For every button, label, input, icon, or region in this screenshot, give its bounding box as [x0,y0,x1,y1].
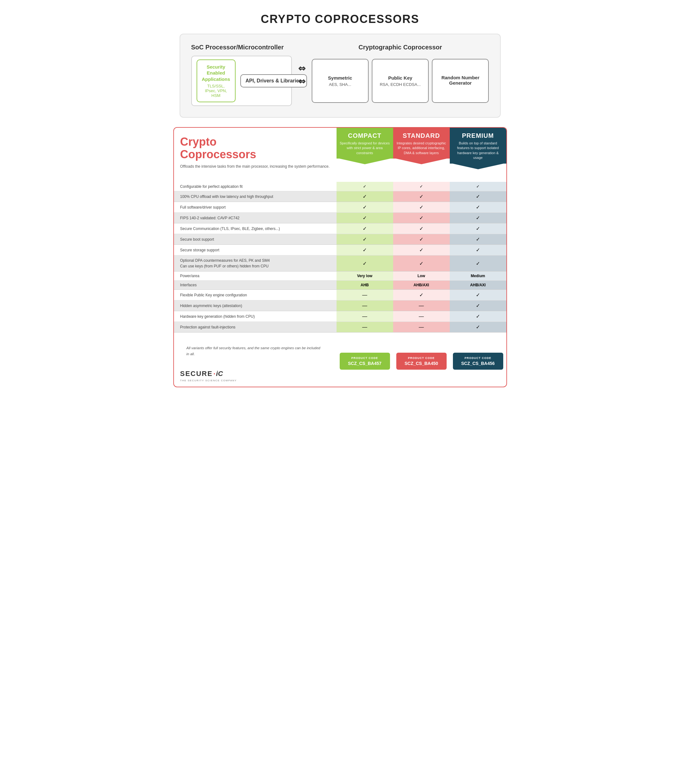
sec-enabled-title: Security Enabled Applications [202,64,230,82]
standard-seccomm: ✓ [393,224,450,234]
label-hwkeygen: Hardware key generation (hidden from CPU… [174,311,337,322]
premium-title: PREMIUM [453,132,503,139]
label-cpu: 100% CPU offload with low latency and hi… [174,191,337,202]
compact-faultinject: — [337,322,393,332]
crypto-boxes: Symmetric AES, SHA... Public Key RSA, EC… [312,56,489,106]
label-dpa: Optional DPA countermeasures for AES, PK… [174,255,337,271]
standard-product-code: SCZ_CS_BA450 [401,361,442,366]
cc-main-title: Crypto Coprocessors [180,135,330,161]
logo-tagline: THE SECURITY SCIENCE COMPANY [180,379,237,382]
premium-product-code: SCZ_CS_BA456 [458,361,499,366]
footer-row: All variants offer full security feature… [174,336,506,387]
standard-cpu: ✓ [393,191,450,202]
label-secboot: Secure boot support [174,234,337,245]
compact-title: COMPACT [340,132,390,139]
publickey-sub: RSA, ECDH ECDSA... [379,82,420,87]
standard-interfaces: AHB/AXI [393,281,450,290]
premium-interfaces: AHB/AXI [450,281,506,290]
label-configurable: Configurable for perfect application fit [174,182,337,191]
label-faultinject: Protection against fault-injections [174,322,337,332]
symmetric-title: Symmetric [328,75,352,80]
crypto-title: Cryptographic Coprocessor [312,44,489,51]
compact-desc: Specifically designed for devices with s… [340,141,390,156]
cc-subtitle: Offloads the intensive tasks from the ma… [180,164,330,169]
standard-product-label: PRODUCT CODE [401,356,442,360]
crypto-box-symmetric: Symmetric AES, SHA... [312,59,368,103]
standard-badge: STANDARD Integrates desired cryptographi… [393,128,450,159]
premium-seccomm: ✓ [450,224,506,234]
premium-hiddenasym: ✓ [450,301,506,311]
premium-fips: ✓ [450,213,506,224]
product-code-standard: PRODUCT CODE SCZ_CS_BA450 [393,336,450,387]
compact-fips: ✓ [337,213,393,224]
main-title: CRYPTO COPROCESSORS [179,6,501,34]
symmetric-sub: AES, SHA... [329,82,351,87]
compact-seccomm: ✓ [337,224,393,234]
standard-hwkeygen: — [393,311,450,322]
compact-hwkeygen: — [337,311,393,322]
premium-secstorage: ✓ [450,245,506,255]
standard-power: Low [393,271,450,281]
premium-configurable: ✓ [450,182,506,191]
premium-faultinject: ✓ [450,322,506,332]
comparison-header: Crypto Coprocessors Offloads the intensi… [174,128,506,174]
standard-software: ✓ [393,202,450,213]
standard-secboot: ✓ [393,234,450,245]
soc-box: Security Enabled Applications TLS/SSL, I… [191,56,292,106]
premium-dpa: ✓ [450,255,506,271]
compact-secstorage: ✓ [337,245,393,255]
compact-interfaces: AHB [337,281,393,290]
soc-column: SoC Processor/Microcontroller Security E… [188,41,295,109]
architecture-diagram: SoC Processor/Microcontroller Security E… [179,34,501,118]
premium-cpu: ✓ [450,191,506,202]
standard-fips: ✓ [393,213,450,224]
label-flexiblepk: Flexible Public Key engine configuration [174,290,337,301]
standard-header: STANDARD Integrates desired cryptographi… [393,128,450,174]
compact-software: ✓ [337,202,393,213]
logo-area: SECURE · iC THE SECURITY SCIENCE COMPANY [180,366,330,382]
compact-header: COMPACT Specifically designed for device… [337,128,393,174]
premium-flexiblepk: ✓ [450,290,506,301]
compact-badge: COMPACT Specifically designed for device… [337,128,393,159]
compact-dpa: ✓ [337,255,393,271]
footer-note: All variants offer full security feature… [180,340,330,362]
header-spacer [174,174,506,182]
product-code-compact: PRODUCT CODE SCZ_CS_BA457 [337,336,393,387]
feature-table: Configurable for perfect application fit… [174,182,506,332]
premium-secboot: ✓ [450,234,506,245]
publickey-title: Public Key [388,75,412,80]
compact-configurable: ✓ [337,182,393,191]
premium-hwkeygen: ✓ [450,311,506,322]
compact-product-code: SCZ_CS_BA457 [345,361,385,366]
compact-product-label: PRODUCT CODE [345,356,385,360]
standard-dpa: ✓ [393,255,450,271]
premium-header: PREMIUM Builds on top of standard featur… [450,128,506,174]
api-label: API, Drivers & Libraries [246,78,302,84]
label-fips: FIPS 140-2 validated: CAVP #C742 [174,213,337,224]
cc-title-cell: Crypto Coprocessors Offloads the intensi… [174,128,337,174]
premium-desc: Builds on top of standard features to su… [453,141,503,161]
label-interfaces: Interfaces [174,281,337,290]
standard-hiddenasym: — [393,301,450,311]
arrow-double-down: ⇔ [298,76,305,87]
standard-secstorage: ✓ [393,245,450,255]
premium-software: ✓ [450,202,506,213]
premium-product-label: PRODUCT CODE [458,356,499,360]
logo-name: SECURE [180,370,213,378]
rng-title: Random Number Generator [436,75,484,86]
premium-power: Medium [450,271,506,281]
standard-faultinject: — [393,322,450,332]
crypto-box-publickey: Public Key RSA, ECDH ECDSA... [372,59,429,103]
product-code-premium: PRODUCT CODE SCZ_CS_BA456 [450,336,506,387]
standard-flexiblepk: ✓ [393,290,450,301]
compact-power: Very low [337,271,393,281]
standard-desc: Integrates desired cryptographic IP core… [396,141,447,156]
compact-cpu: ✓ [337,191,393,202]
bottom-section: Crypto Coprocessors Offloads the intensi… [173,127,507,387]
label-software: Full software/driver support [174,202,337,213]
compact-hiddenasym: — [337,301,393,311]
crypto-box-rng: Random Number Generator [432,59,489,103]
label-secstorage: Secure storage support [174,245,337,255]
label-seccomm: Secure Communication (TLS, IPsec, BLE, Z… [174,224,337,234]
label-power: Power/area [174,271,337,281]
